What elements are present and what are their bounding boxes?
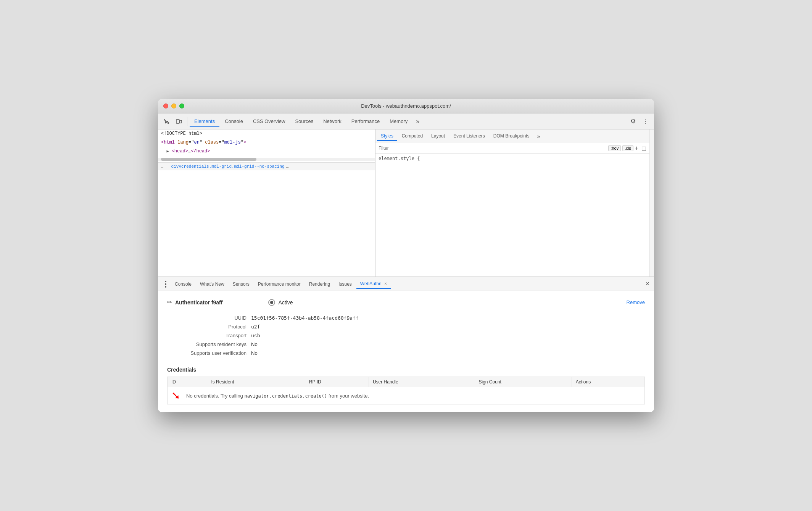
drawer-tab-performance-monitor[interactable]: Performance monitor (254, 280, 304, 288)
protocol-label: Protocol (167, 324, 251, 330)
more-styles-tabs[interactable]: » (534, 132, 543, 141)
more-tabs-button[interactable]: » (413, 116, 422, 126)
tab-sources[interactable]: Sources (290, 116, 318, 127)
tab-styles[interactable]: Styles (377, 132, 397, 141)
styles-filter-input[interactable] (379, 146, 605, 151)
tab-network[interactable]: Network (319, 116, 346, 127)
authenticator-header: ✏ Authenticator f9aff Active Remove (167, 299, 645, 306)
table-row-empty: ➘ No credentials. Try calling navigator.… (168, 387, 645, 404)
col-header-sign-count: Sign Count (475, 377, 572, 387)
drawer-tabs-bar: Console What's New Sensors Performance m… (158, 277, 654, 291)
dom-breadcrumb: … div#credentials.mdl-grid.mdl-grid--no-… (158, 162, 375, 170)
drawer-tab-webauthn[interactable]: WebAuthn × (356, 280, 391, 289)
col-header-rp-id: RP ID (305, 377, 369, 387)
maximize-button[interactable] (179, 103, 184, 108)
traffic-lights (163, 103, 184, 108)
more-options-icon[interactable]: ⋮ (640, 116, 651, 127)
radio-inner-dot (270, 301, 273, 304)
col-header-id: ID (168, 377, 207, 387)
add-style-icon[interactable]: + (635, 145, 638, 152)
close-webauthn-tab[interactable]: × (384, 281, 387, 286)
toggle-sidebar-icon[interactable]: ◫ (641, 145, 646, 151)
svg-rect-1 (180, 120, 182, 123)
drawer-menu-button[interactable] (161, 280, 170, 289)
info-row-uuid: UUID 15c01f56-785f-43b4-ab58-4facd60f9af… (167, 314, 645, 322)
edit-authenticator-icon[interactable]: ✏ (167, 299, 172, 306)
element-style-block: element.style { (375, 154, 649, 163)
drawer-close-button[interactable]: × (644, 278, 651, 289)
right-scrollbar[interactable] (649, 129, 654, 277)
tab-memory[interactable]: Memory (385, 116, 412, 127)
styles-panel: Styles Computed Layout Event Listeners D… (375, 129, 649, 277)
drawer-tab-console[interactable]: Console (171, 280, 195, 288)
remove-button[interactable]: Remove (627, 299, 645, 305)
no-credentials-message: No credentials. Try calling navigator.cr… (186, 393, 369, 399)
tab-elements[interactable]: Elements (190, 116, 219, 127)
drawer-tab-sensors[interactable]: Sensors (229, 280, 253, 288)
element-picker-button[interactable] (161, 116, 172, 127)
webauthn-panel: ✏ Authenticator f9aff Active Remove UUID… (158, 291, 654, 412)
transport-value: usb (251, 333, 260, 338)
user-verification-value: No (251, 350, 258, 356)
dom-panel: <!DOCTYPE html> <html lang="en" class="m… (158, 129, 375, 277)
dom-scrollbar[interactable] (158, 158, 375, 161)
styles-filter-bar: :hov .cls + ◫ (375, 143, 649, 154)
active-label: Active (278, 299, 293, 306)
tab-event-listeners[interactable]: Event Listeners (450, 132, 489, 141)
minimize-button[interactable] (171, 103, 176, 108)
no-credentials-cell: ➘ No credentials. Try calling navigator.… (168, 387, 645, 404)
svg-rect-0 (176, 120, 179, 123)
bottom-drawer: Console What's New Sensors Performance m… (158, 277, 654, 412)
col-header-actions: Actions (572, 377, 644, 387)
col-header-is-resident: Is Resident (207, 377, 305, 387)
info-row-user-verification: Supports user verification No (167, 349, 645, 357)
tab-computed[interactable]: Computed (398, 132, 427, 141)
window-title: DevTools - webauthndemo.appspot.com/ (361, 103, 451, 109)
user-verification-label: Supports user verification (167, 350, 251, 356)
credentials-title: Credentials (167, 367, 645, 373)
dom-line-html[interactable]: <html lang="en" class="mdl-js"> (158, 138, 375, 147)
tab-dom-breakpoints[interactable]: DOM Breakpoints (490, 132, 533, 141)
close-button[interactable] (163, 103, 168, 108)
dom-line-head[interactable]: ▶ <head>…</head> (158, 147, 375, 156)
breadcrumb-link[interactable]: div#credentials.mdl-grid.mdl-grid--no-sp… (171, 164, 285, 169)
tab-css-overview[interactable]: CSS Overview (248, 116, 290, 127)
credentials-table: ID Is Resident RP ID User Handle Sign Co… (167, 377, 645, 404)
uuid-label: UUID (167, 315, 251, 321)
info-row-transport: Transport usb (167, 331, 645, 340)
settings-icon[interactable]: ⚙ (627, 116, 639, 127)
info-row-protocol: Protocol u2f (167, 322, 645, 331)
hov-button[interactable]: :hov (608, 145, 621, 151)
authenticator-name: Authenticator f9aff (175, 299, 222, 306)
cls-button[interactable]: .cls (622, 145, 633, 151)
drawer-tab-rendering[interactable]: Rendering (305, 280, 334, 288)
tab-console[interactable]: Console (220, 116, 248, 127)
tab-layout[interactable]: Layout (427, 132, 449, 141)
active-radio[interactable] (268, 299, 275, 306)
info-table: UUID 15c01f56-785f-43b4-ab58-4facd60f9af… (167, 314, 645, 357)
styles-filter-buttons: :hov .cls + ◫ (608, 145, 646, 152)
active-indicator: Active (268, 299, 293, 306)
arrow-annotation: ➘ (171, 390, 180, 401)
main-area: <!DOCTYPE html> <html lang="en" class="m… (158, 129, 654, 277)
protocol-value: u2f (251, 324, 260, 330)
info-row-resident-keys: Supports resident keys No (167, 340, 645, 349)
dom-line-doctype: <!DOCTYPE html> (158, 129, 375, 138)
table-header: ID Is Resident RP ID User Handle Sign Co… (168, 377, 645, 387)
titlebar: DevTools - webauthndemo.appspot.com/ (158, 99, 654, 113)
transport-label: Transport (167, 333, 251, 338)
tab-performance[interactable]: Performance (347, 116, 384, 127)
toolbar-separator (187, 117, 187, 126)
drawer-tab-whats-new[interactable]: What's New (196, 280, 228, 288)
table-body: ➘ No credentials. Try calling navigator.… (168, 387, 645, 404)
resident-keys-label: Supports resident keys (167, 341, 251, 347)
uuid-value: 15c01f56-785f-43b4-ab58-4facd60f9aff (251, 315, 359, 321)
resident-keys-value: No (251, 341, 258, 347)
device-toolbar-button[interactable] (173, 116, 185, 127)
drawer-tab-issues[interactable]: Issues (335, 280, 356, 288)
devtools-toolbar: Elements Console CSS Overview Sources Ne… (158, 113, 654, 129)
col-header-user-handle: User Handle (369, 377, 475, 387)
styles-tabs-bar: Styles Computed Layout Event Listeners D… (375, 129, 649, 143)
